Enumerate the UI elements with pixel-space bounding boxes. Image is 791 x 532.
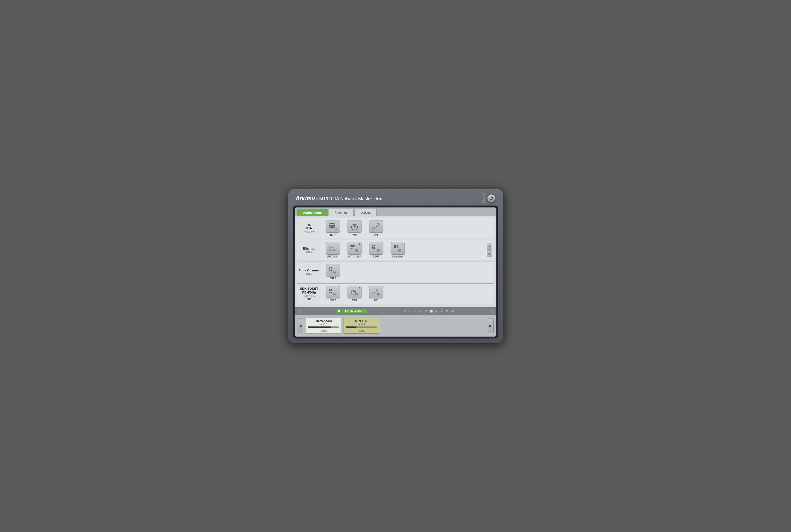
eth-rfc-btn[interactable]: OTN + RFC 2544 xyxy=(323,242,343,258)
otn-rtd-btn[interactable]: RTD xyxy=(345,220,364,236)
voltage-icon: V xyxy=(424,309,428,313)
otn-signal xyxy=(307,223,311,226)
fc-signal: 01101▶ xyxy=(306,273,313,275)
svg-rect-35 xyxy=(352,248,353,249)
svg-rect-37 xyxy=(353,246,354,247)
otn-aps-btn[interactable]: 001 100 APS xyxy=(367,220,386,236)
svg-rect-63 xyxy=(329,270,330,271)
svg-rect-76 xyxy=(353,290,354,290)
running-nav-right[interactable]: ▶ xyxy=(488,319,494,333)
ethernet-apps: OTN + RFC 2544 xyxy=(321,240,494,260)
sdh-rtd-btn[interactable]: OTN RTD xyxy=(345,286,364,302)
tab-utilities[interactable]: Utilities xyxy=(354,209,377,216)
fc-bert-btn[interactable]: OTN BERT xyxy=(323,264,343,280)
sdh-aps-btn[interactable]: 001 OTN APS xyxy=(367,286,386,302)
svg-line-83 xyxy=(372,290,378,294)
svg-text:OTN: OTN xyxy=(334,294,336,295)
tab-bar: Applications Favorites Utilities xyxy=(295,207,496,216)
eth-rfc-icon: OTN + xyxy=(326,242,340,254)
eth-bert-btn[interactable]: OTN BERT xyxy=(367,242,386,258)
eth-mon-btn[interactable]: OTN Mon./Gen. xyxy=(388,242,407,258)
svg-rect-13 xyxy=(354,224,355,225)
svg-rect-33 xyxy=(352,245,353,246)
svg-rect-45 xyxy=(374,248,375,249)
ethernet-nav-up[interactable]: ▲ xyxy=(487,243,492,249)
active-app-indicator: ETH-Mon./Gen. xyxy=(336,309,367,313)
device-model: MT1100A Network Master Flex xyxy=(319,196,382,201)
otn-bert-label: BERT xyxy=(329,233,336,236)
svg-text:OTN: OTN xyxy=(378,294,380,295)
svg-rect-67 xyxy=(329,289,330,290)
svg-text:OTN: OTN xyxy=(377,250,379,251)
active-app-label: ETH-Mon./Gen. xyxy=(343,309,367,313)
svg-rect-34 xyxy=(352,246,353,247)
signal-icon: ◻ xyxy=(408,309,412,313)
otn-aps-icon: 001 100 xyxy=(369,220,383,233)
tab-applications[interactable]: Applications xyxy=(297,209,328,216)
svg-point-16 xyxy=(354,227,355,227)
eth-mon-icon: OTN xyxy=(391,242,405,254)
tab-favorites[interactable]: Favorites xyxy=(329,209,353,216)
running-nav-left[interactable]: ◀ xyxy=(297,319,303,333)
svg-rect-31 xyxy=(350,246,352,247)
svg-rect-60 xyxy=(330,267,332,268)
svg-rect-30 xyxy=(350,245,352,246)
eth-progress-bar xyxy=(308,326,339,328)
eth-sat-btn[interactable]: OTN SAT (Y.1564) xyxy=(345,242,364,258)
eth-bert-label: BERT xyxy=(373,255,379,258)
active-app-green-square xyxy=(336,309,341,313)
usb-icon: ⬜ xyxy=(429,309,433,313)
running-app-eth[interactable]: ETH-Mon./Gen. Port-1:1 Testing xyxy=(305,318,341,334)
svg-rect-8 xyxy=(331,226,333,228)
svg-rect-53 xyxy=(396,246,397,247)
otn-bert-btn[interactable]: 001 BERT xyxy=(323,220,343,236)
svg-rect-32 xyxy=(350,248,352,249)
sdh-bert-btn[interactable]: OTN BERT xyxy=(323,286,343,302)
sdh-aps-label: APS xyxy=(373,299,378,302)
screen-bezel: Applications Favorites Utilities OTN 101… xyxy=(293,206,498,339)
eth-progress-fill xyxy=(308,326,331,328)
otn-aps-label: APS xyxy=(373,233,378,236)
svg-text:OTN: OTN xyxy=(334,272,336,273)
svg-rect-36 xyxy=(353,245,354,246)
svg-line-25 xyxy=(329,247,332,249)
svg-rect-49 xyxy=(395,245,396,246)
svg-rect-3 xyxy=(333,223,335,224)
brand-square xyxy=(316,197,318,200)
svg-rect-5 xyxy=(331,225,333,226)
fc-bert-label: BERT xyxy=(329,277,336,280)
battery-level: 11 xyxy=(445,309,449,313)
eth-rfc-label: RFC 2544 xyxy=(327,255,339,258)
svg-rect-69 xyxy=(329,290,330,291)
sdh-bert-icon: OTN xyxy=(326,286,340,298)
otn-progress-bar xyxy=(346,326,377,328)
sdh-name: SDH/SONET PDH/DSn xyxy=(299,287,320,294)
sdh-apps: OTN BERT xyxy=(321,284,494,304)
fc-bert-icon: OTN xyxy=(326,264,340,277)
svg-rect-50 xyxy=(396,245,397,246)
eth-sat-icon: OTN xyxy=(348,242,362,254)
section-sdh: SDH/SONET PDH/DSn 100101101▶ xyxy=(297,284,494,304)
sdh-arrow-down xyxy=(307,298,311,301)
svg-rect-43 xyxy=(374,247,375,248)
svg-rect-7 xyxy=(329,226,330,228)
fc-name: Fibre Channel xyxy=(299,268,320,272)
svg-rect-54 xyxy=(394,247,395,248)
otn-name: OTN xyxy=(306,226,312,230)
eth-app-port: Port-1:1 xyxy=(319,323,328,325)
svg-rect-52 xyxy=(395,246,396,247)
power-button[interactable] xyxy=(487,194,496,203)
otn-apps: 001 BERT xyxy=(321,218,494,238)
svg-rect-71 xyxy=(329,292,330,293)
otn-app-status: Testing xyxy=(358,329,365,332)
otn-signal-label: 1010…0/001 xyxy=(303,231,315,233)
running-app-otn[interactable]: OTN-APS Port-1:2 Testing xyxy=(343,318,379,334)
sdh-rtd-label: RTD xyxy=(352,299,357,302)
otn-app-title: OTN-APS xyxy=(355,320,367,322)
svg-rect-62 xyxy=(330,268,332,269)
section-ethernet-label: Ethernet 01101▶ xyxy=(297,240,321,260)
sdh-signal: 100101101▶ xyxy=(303,295,315,297)
ethernet-nav-down[interactable]: ▼ xyxy=(487,250,492,257)
eth-app-title: ETH-Mon./Gen. xyxy=(314,320,333,322)
svg-rect-51 xyxy=(394,246,395,247)
